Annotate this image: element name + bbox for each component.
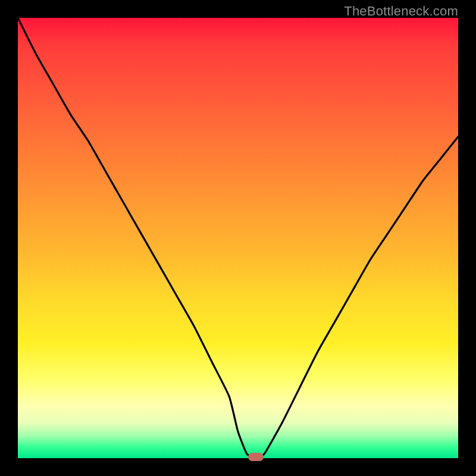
- plot-area: [18, 18, 458, 458]
- curve-layer: [18, 18, 458, 458]
- chart-stage: TheBottleneck.com: [0, 0, 476, 476]
- bottleneck-curve: [18, 18, 458, 458]
- watermark-label: TheBottleneck.com: [344, 4, 458, 19]
- trough-marker: [248, 453, 264, 461]
